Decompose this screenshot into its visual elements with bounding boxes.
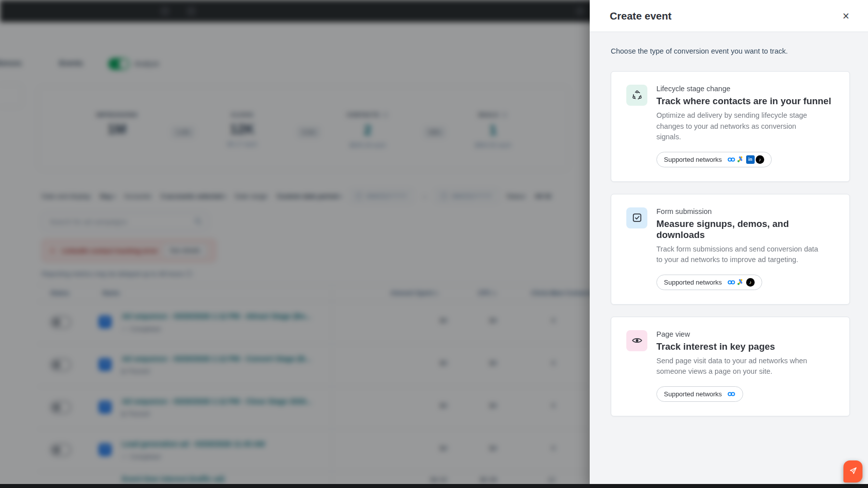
event-type-headline: Track where contacts are in your funnel [656,96,831,107]
event-type-headline: Measure signups, demos, and downloads [656,218,834,240]
network-icons: in ♪ [727,155,764,164]
supported-networks-label: Supported networks [664,279,722,286]
screen: Audiences Events Analyze IMPRESSIONS 1M … [0,0,868,488]
panel-header: Create event × [590,0,868,32]
event-type-description: Optimize ad delivery by sending lifecycl… [656,110,822,143]
create-event-panel: Create event × Choose the type of conver… [590,0,868,488]
supported-networks-label: Supported networks [664,390,722,398]
meta-icon [727,278,736,287]
meta-icon [727,155,736,164]
network-icons: ♪ [727,278,755,287]
bottom-edge-bar [0,484,868,488]
checkbox-icon [626,207,647,228]
event-type-card-form-submission[interactable]: Form submission Measure signups, demos, … [611,194,850,305]
eye-icon [626,330,647,351]
linkedin-icon: in [746,155,755,164]
supported-networks-pill: Supported networks [656,386,743,402]
event-type-label: Form submission [656,207,834,215]
event-type-label: Lifecycle stage change [656,85,831,93]
close-icon[interactable]: × [837,7,855,25]
meta-icon [727,390,736,398]
chat-fab[interactable] [843,460,862,482]
event-type-label: Page view [656,330,822,338]
google-ads-icon [737,278,745,287]
event-type-headline: Track interest in key pages [656,341,822,352]
lifecycle-icon [626,85,647,106]
event-type-card-page-view[interactable]: Page view Track interest in key pages Se… [611,317,850,416]
tiktok-icon: ♪ [756,155,764,164]
panel-title: Create event [610,10,671,22]
tiktok-icon: ♪ [746,278,755,287]
supported-networks-label: Supported networks [664,156,722,163]
event-type-description: Send page visit data to your ad networks… [656,356,822,377]
event-type-card-lifecycle[interactable]: Lifecycle stage change Track where conta… [611,71,850,182]
network-icons [727,390,736,398]
supported-networks-pill: Supported networks in ♪ [656,152,772,167]
supported-networks-pill: Supported networks ♪ [656,275,762,290]
send-icon [848,466,858,477]
event-type-description: Track form submissions and send conversi… [656,244,822,266]
panel-body: Choose the type of conversion event you … [590,32,868,416]
panel-subtitle: Choose the type of conversion event you … [611,47,850,55]
google-ads-icon [737,155,745,164]
